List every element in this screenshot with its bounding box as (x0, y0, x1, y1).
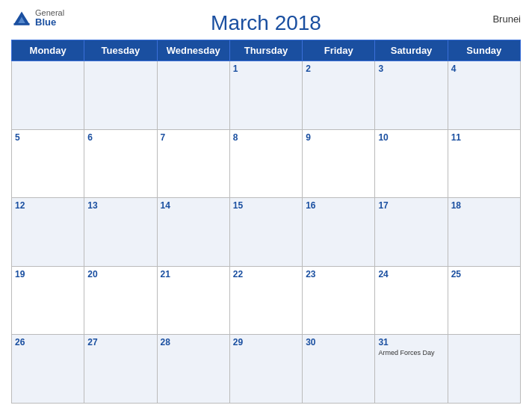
calendar-week-row: 567891011 (12, 129, 521, 198)
logo-text: General Blue (35, 8, 64, 28)
calendar-cell: 27 (84, 335, 157, 404)
calendar-cell: 5 (12, 129, 84, 198)
calendar-cell: 29 (229, 335, 302, 404)
day-number: 15 (233, 200, 299, 211)
country-label: Brunei (492, 13, 521, 25)
svg-rect-2 (14, 23, 30, 25)
calendar-cell: 28 (157, 335, 229, 404)
logo-blue-text: Blue (35, 17, 64, 28)
header-wednesday: Wednesday (157, 40, 229, 61)
calendar-cell: 21 (157, 266, 229, 335)
header-tuesday: Tuesday (84, 40, 157, 61)
day-number: 2 (306, 64, 371, 74)
header-monday: Monday (12, 40, 84, 61)
header-thursday: Thursday (229, 40, 302, 61)
calendar-cell: 25 (448, 266, 520, 335)
day-header-row: Monday Tuesday Wednesday Thursday Friday… (12, 40, 521, 61)
day-number: 24 (378, 269, 444, 279)
day-number: 3 (378, 64, 444, 74)
day-number: 28 (161, 337, 226, 347)
day-number: 8 (233, 132, 299, 143)
header-sunday: Sunday (448, 40, 520, 61)
calendar-cell: 12 (12, 198, 84, 267)
header-saturday: Saturday (375, 40, 448, 61)
calendar-cell: 20 (84, 266, 157, 335)
calendar-week-row: 19202122232425 (12, 266, 521, 335)
day-number: 16 (306, 200, 371, 211)
day-number: 17 (378, 200, 444, 211)
calendar-cell: 16 (303, 198, 375, 267)
calendar-cell: 15 (229, 198, 302, 267)
day-number: 11 (451, 132, 517, 143)
calendar-cell: 18 (448, 198, 520, 267)
calendar-cell: 30 (303, 335, 375, 404)
day-number: 23 (306, 269, 371, 279)
day-number: 9 (306, 132, 371, 143)
calendar-cell: 6 (84, 129, 157, 198)
day-number: 6 (87, 132, 153, 143)
calendar-cell: 2 (303, 61, 375, 130)
header-friday: Friday (303, 40, 375, 61)
calendar-cell: 1 (229, 61, 302, 130)
day-number: 10 (378, 132, 444, 143)
calendar-cell: 22 (229, 266, 302, 335)
day-number: 18 (451, 200, 517, 211)
calendar-cell: 26 (12, 335, 84, 404)
calendar-cell (12, 61, 84, 130)
calendar-cell: 17 (375, 198, 448, 267)
calendar-wrapper: General Blue March 2018 Brunei Monday Tu… (0, 0, 532, 411)
day-number: 12 (15, 200, 81, 211)
calendar-cell: 19 (12, 266, 84, 335)
calendar-cell (157, 61, 229, 130)
calendar-cell: 14 (157, 198, 229, 267)
day-number: 14 (161, 200, 226, 211)
calendar-cell: 23 (303, 266, 375, 335)
calendar-cell: 10 (375, 129, 448, 198)
day-number: 25 (451, 269, 517, 279)
logo-icon (11, 7, 32, 28)
calendar-cell: 8 (229, 129, 302, 198)
calendar-cell: 9 (303, 129, 375, 198)
calendar-cell: 31Armed Forces Day (375, 335, 448, 404)
calendar-cell: 11 (448, 129, 520, 198)
day-number: 21 (161, 269, 226, 279)
day-number: 22 (233, 269, 299, 279)
calendar-cell (84, 61, 157, 130)
calendar-week-row: 12131415161718 (12, 198, 521, 267)
day-number: 5 (15, 132, 81, 143)
calendar-cell (448, 335, 520, 404)
day-number: 4 (451, 64, 517, 74)
holiday-label: Armed Forces Day (378, 349, 444, 357)
calendar-table: Monday Tuesday Wednesday Thursday Friday… (11, 40, 521, 404)
logo-area: General Blue (11, 7, 64, 28)
day-number: 29 (233, 337, 299, 347)
calendar-cell: 3 (375, 61, 448, 130)
day-number: 13 (87, 200, 153, 211)
calendar-cell: 4 (448, 61, 520, 130)
month-title: March 2018 (211, 11, 321, 35)
day-number: 20 (87, 269, 153, 279)
day-number: 27 (87, 337, 153, 347)
calendar-cell: 24 (375, 266, 448, 335)
calendar-header: General Blue March 2018 Brunei (11, 7, 521, 35)
calendar-cell: 7 (157, 129, 229, 198)
day-number: 31 (378, 337, 444, 347)
day-number: 1 (233, 64, 299, 74)
day-number: 26 (15, 337, 81, 347)
calendar-week-row: 262728293031Armed Forces Day (12, 335, 521, 404)
calendar-week-row: 1234 (12, 61, 521, 130)
calendar-cell: 13 (84, 198, 157, 267)
day-number: 19 (15, 269, 81, 279)
day-number: 7 (161, 132, 226, 143)
day-number: 30 (306, 337, 371, 347)
